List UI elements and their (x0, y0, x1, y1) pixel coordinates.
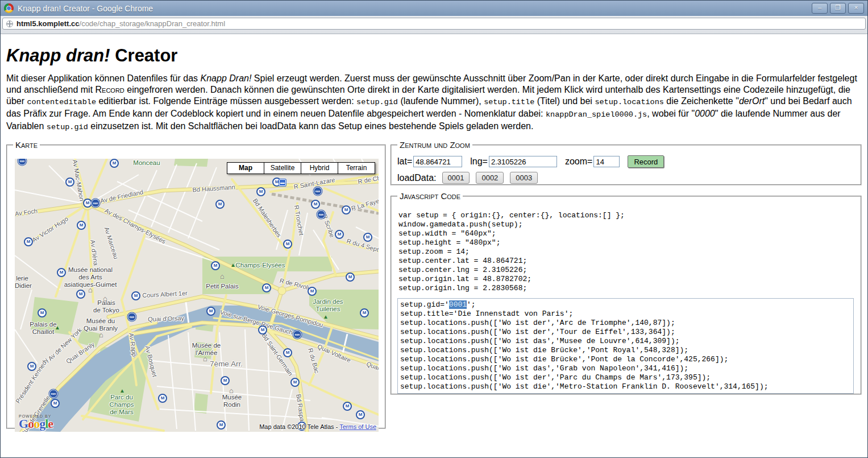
intro-segment: 0000 (695, 109, 715, 118)
gid-selection[interactable]: 0001 (449, 300, 467, 309)
map-type-map-button[interactable]: Map (227, 162, 264, 174)
chrome-icon (4, 3, 14, 13)
rer-icon: RER (92, 199, 100, 208)
map-label: Palais de Chaillot (30, 321, 56, 336)
code-line: setup.zoom = 14; (398, 247, 855, 257)
metro-icon: M (283, 348, 292, 357)
url-bar[interactable]: html5.komplett.cc/code/chap_storage/knap… (2, 18, 866, 30)
metro-icon: M (206, 307, 215, 316)
intro-segment: setup.gid (47, 123, 88, 131)
metro-icon: M (335, 230, 344, 239)
museum-icon: ⌂ (99, 332, 103, 338)
loaddata-0003-button[interactable]: 0003 (510, 172, 538, 184)
loaddata-0001-button[interactable]: 0001 (442, 172, 470, 184)
loaddata-0002-button[interactable]: 0002 (476, 172, 504, 184)
tree-icon: ▲ (230, 262, 236, 268)
code-line[interactable]: setup.locations.push(['Wo ist die Brücke… (400, 355, 851, 364)
map-label: Petit Palais (206, 283, 239, 290)
right-column: Zentrum und Zoom lat=lng=zoom= Record lo… (391, 140, 862, 395)
center-zoom-fields: lat=lng=zoom= (397, 156, 622, 167)
map-label: Musée Rodin (222, 394, 242, 409)
intro-segment: knappDran_spiel0000.js (546, 110, 647, 119)
zoom-input[interactable] (593, 156, 620, 167)
code-line: window.gamedata.push(setup); (398, 220, 855, 229)
google-logo[interactable]: POWERED BY Google (19, 414, 53, 430)
center-zoom-legend: Zentrum und Zoom (397, 140, 472, 150)
map-label: Cours Albert 1er (142, 290, 188, 299)
page-title-regular: Creator (110, 46, 178, 65)
code-line[interactable]: setup.locations.push(['Wo ist der','Tour… (400, 328, 851, 337)
museum-icon: ⌂ (203, 356, 207, 362)
metro-icon: M (342, 205, 351, 214)
bus-icon (279, 179, 286, 186)
map-label: Parc du Champs de Mars (110, 394, 134, 416)
metro-icon: M (211, 261, 220, 270)
map-label: R de Rivoli (279, 277, 310, 291)
lng-input[interactable] (489, 156, 557, 167)
google-logo-letter: g (39, 416, 45, 431)
map-type-terrain-button[interactable]: Terrain (338, 162, 375, 174)
jscode-legend: Javascript Code (397, 191, 463, 201)
code-line[interactable]: setup.title='Die Innenstadt von Paris'; (400, 310, 851, 319)
metro-icon: M (38, 308, 47, 317)
code-line[interactable]: setup.locations.push(['Wo ist die','Metr… (400, 382, 851, 391)
main-row: Karte (6, 140, 862, 429)
rer-icon: RER (317, 211, 326, 219)
metro-icon: M (356, 410, 365, 419)
code-line[interactable]: setup.locations.push(['Wo ist das','Grab… (400, 364, 851, 373)
metro-icon: M (215, 200, 225, 209)
page-title: Knapp dran! Creator (6, 46, 862, 66)
url-host: html5.komplett.cc (16, 19, 80, 28)
code-line-gid[interactable]: setup.gid='0001'; (400, 300, 851, 310)
terms-of-use-link[interactable]: Terms of Use (339, 423, 376, 430)
code-line[interactable]: setup.locations.push(['Wo ist der','Parc… (400, 373, 851, 382)
loaddata-label: loadData: (397, 173, 437, 183)
intro-segment: setup.locations (595, 98, 664, 106)
map-label: Av Victor Hugo (31, 215, 69, 244)
intro-segment: (laufende Nummer), (398, 96, 484, 106)
map-label: Champs-Elysées (236, 262, 285, 269)
intro-segment: contenteditable (27, 98, 96, 106)
map-label: Bd Haussmann (192, 183, 235, 193)
map-attribution-text: Map data ©2010 Tele Atlas - (259, 423, 339, 430)
tree-icon: ▲ (55, 325, 60, 331)
map-canvas[interactable]: Av FochAv Victor HugoAv Mac-MahonAv de F… (15, 159, 379, 432)
intro-segment: editierbar ist. Folgende Einträge müssen… (96, 96, 356, 106)
record-button[interactable]: Record (628, 155, 664, 168)
lat-input[interactable] (413, 156, 462, 167)
jscode-fieldset: Javascript Code var setup = { origin:{},… (391, 191, 862, 395)
code-line[interactable]: setup.locations.push(['Wo ist die Brücke… (400, 346, 851, 355)
minimize-button[interactable]: – (812, 3, 828, 14)
metro-icon: M (158, 394, 167, 403)
code-line: setup.width = "640px"; (398, 229, 855, 238)
code-line: setup.center.lng = 2.3105226; (398, 266, 855, 275)
rer-icon: RER (18, 159, 27, 166)
chrome-icon-center (6, 6, 11, 11)
window-title: Knapp dran! Creator - Google Chrome (18, 4, 812, 13)
maximize-button[interactable]: ❐ (830, 3, 846, 14)
intro-segment: setup.gid (356, 98, 398, 106)
close-button[interactable]: × (848, 3, 864, 14)
intro-segment: die Zeichenkette " (664, 96, 739, 106)
map-type-satellite-button[interactable]: Satellite (264, 162, 301, 174)
rer-icon: RER (49, 390, 58, 398)
map-label: Quai Voltaire (317, 343, 352, 364)
code-line[interactable]: setup.locations.push(['Wo ist der','Arc … (400, 319, 851, 328)
map-label: Bd Malesherbes (252, 197, 283, 239)
museum-icon: ⌂ (88, 287, 93, 293)
intro-segment: Knapp Dran! (201, 73, 252, 83)
code-line: setup.origin.lat = 48.8782702; (398, 275, 855, 284)
code-line[interactable]: setup.locations.push(['Wo ist das','Muse… (400, 337, 851, 346)
map-type-controls: MapSatelliteHybridTerrain (227, 162, 375, 174)
code-editable[interactable]: setup.gid='0001';setup.title='Die Innens… (397, 298, 854, 394)
metro-icon: M (65, 178, 74, 187)
map-type-hybrid-button[interactable]: Hybrid (301, 162, 338, 174)
map-label: Quai d'Orsay (148, 315, 184, 323)
metro-icon: M (76, 290, 85, 299)
metro-icon: M (262, 283, 271, 292)
museum-icon: ⌂ (229, 388, 234, 394)
page-title-italic: Knapp dran! (6, 46, 110, 65)
metro-icon: M (258, 325, 267, 335)
map-label: R du 4 Sept (346, 237, 379, 253)
metro-icon: M (256, 187, 265, 196)
